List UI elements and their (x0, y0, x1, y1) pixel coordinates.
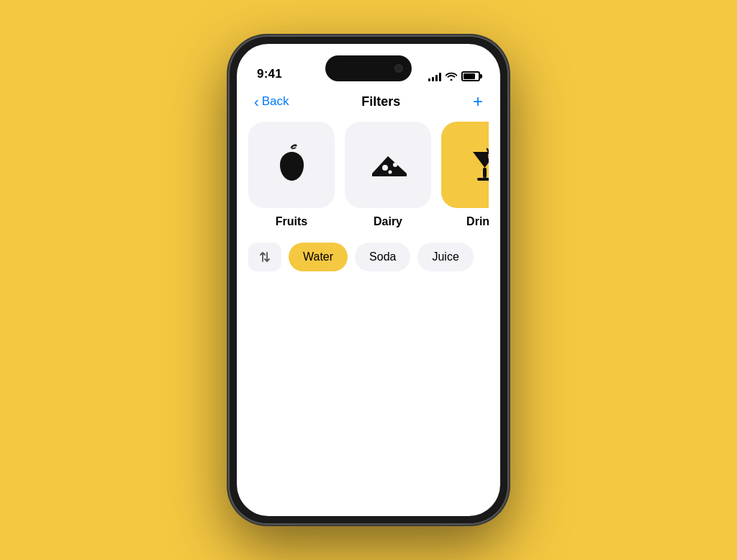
svg-rect-4 (483, 168, 487, 178)
svg-rect-5 (477, 178, 489, 181)
filter-chip-soda-label: Soda (369, 250, 396, 263)
sort-button[interactable] (248, 243, 281, 271)
category-label-dairy: Dairy (374, 215, 402, 228)
apple-icon (268, 142, 315, 189)
wifi-icon (446, 72, 457, 81)
battery-fill (464, 73, 475, 79)
cocktail-icon (461, 142, 489, 189)
status-icons (428, 71, 480, 81)
sort-icon (258, 250, 272, 264)
svg-point-1 (382, 165, 388, 171)
filter-chips-section: Water Soda Juice (237, 243, 500, 271)
filter-chip-soda[interactable]: Soda (355, 243, 410, 271)
cheese-icon (365, 142, 412, 189)
back-label: Back (262, 94, 289, 109)
category-item-dairy[interactable]: Dairy (345, 122, 431, 228)
filter-chip-juice[interactable]: Juice (417, 243, 473, 271)
filter-chip-water[interactable]: Water (289, 243, 348, 271)
signal-icon (428, 71, 441, 81)
category-label-fruits: Fruits (276, 215, 307, 228)
category-item-fruits[interactable]: Fruits (248, 122, 335, 228)
battery-icon (461, 71, 480, 81)
category-icon-box-dairy (345, 122, 431, 208)
svg-point-0 (294, 144, 297, 146)
category-item-drinks[interactable]: Drinks (441, 122, 489, 228)
back-chevron-icon: ‹ (254, 94, 259, 109)
svg-point-3 (388, 170, 392, 173)
page-title: Filters (361, 94, 400, 109)
categories-section: Fruits Da (237, 122, 500, 243)
nav-bar: ‹ Back Filters + (237, 87, 500, 122)
dynamic-island (325, 55, 412, 81)
phone-screen: 9:41 (237, 44, 500, 516)
categories-scroll: Fruits Da (248, 122, 489, 228)
status-time: 9:41 (257, 67, 282, 81)
camera-dot (394, 64, 403, 73)
category-icon-box-drinks (441, 122, 489, 208)
phone-frame: 9:41 (228, 35, 509, 525)
filter-chip-water-label: Water (303, 250, 333, 263)
bottom-fade (245, 421, 492, 507)
svg-point-2 (393, 163, 397, 167)
filter-chip-juice-label: Juice (432, 250, 458, 263)
category-icon-box-fruits (248, 122, 335, 208)
filter-chips-scroll: Water Soda Juice (248, 243, 489, 271)
back-button[interactable]: ‹ Back (254, 94, 289, 109)
category-label-drinks: Drinks (466, 215, 489, 228)
add-button[interactable]: + (473, 93, 483, 110)
